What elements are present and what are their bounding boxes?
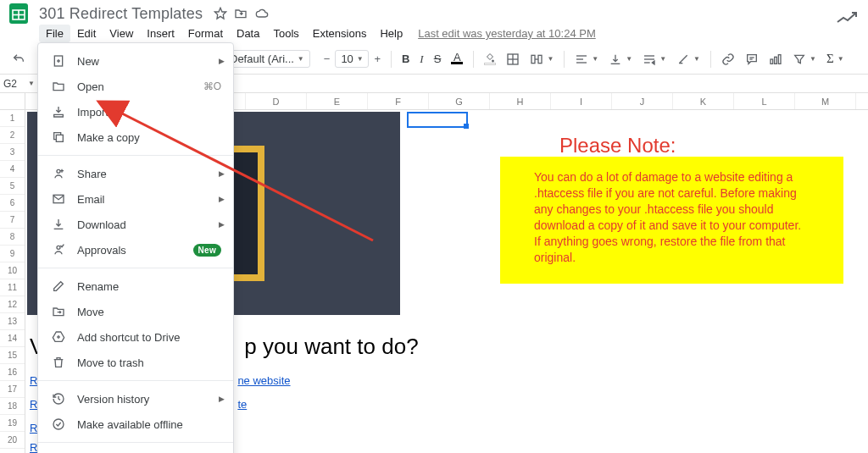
menu-item-label: Move to trash xyxy=(77,356,221,369)
email-icon xyxy=(50,192,67,206)
functions-button[interactable]: Σ▼ xyxy=(822,48,849,69)
chevron-right-icon: ▶ xyxy=(219,169,225,178)
row-header[interactable]: 17 xyxy=(0,381,25,398)
row-header[interactable]: 8 xyxy=(0,229,25,246)
menu-data[interactable]: Data xyxy=(230,25,266,42)
activity-icon[interactable] xyxy=(836,10,860,25)
row-header[interactable]: 10 xyxy=(0,262,25,279)
menu-add-shortcut[interactable]: Add shortcut to Drive xyxy=(38,324,233,350)
menu-trash[interactable]: Move to trash xyxy=(38,350,233,375)
menu-edit[interactable]: Edit xyxy=(70,25,103,42)
move-folder-icon[interactable] xyxy=(234,7,249,20)
please-note-heading: Please Note: xyxy=(559,134,676,157)
row-header[interactable]: 21 xyxy=(0,449,25,453)
menu-approvals[interactable]: Approvals New xyxy=(38,237,233,262)
menu-share[interactable]: Share ▶ xyxy=(38,161,233,186)
font-size-input[interactable]: 10▼ xyxy=(335,50,369,68)
font-size-dec[interactable]: − xyxy=(320,49,335,69)
row-header[interactable]: 5 xyxy=(0,178,25,195)
document-title[interactable]: 301 Redirect Templates xyxy=(39,5,203,23)
svg-rect-9 xyxy=(538,55,542,63)
col-header[interactable]: E xyxy=(307,93,368,109)
menu-help[interactable]: Help xyxy=(373,25,409,42)
row-header[interactable]: 15 xyxy=(0,347,25,364)
row-header[interactable]: 9 xyxy=(0,246,25,262)
svg-marker-4 xyxy=(215,8,226,19)
move-icon xyxy=(50,305,67,318)
bold-button[interactable]: B xyxy=(398,49,414,69)
comment-button[interactable] xyxy=(741,49,763,69)
strike-button[interactable]: S xyxy=(430,49,446,69)
menu-insert[interactable]: Insert xyxy=(140,25,181,42)
merge-button[interactable]: ▼ xyxy=(526,49,558,69)
menu-view[interactable]: View xyxy=(103,25,140,42)
menu-offline[interactable]: Make available offline xyxy=(38,412,233,437)
undo-button[interactable] xyxy=(8,49,30,69)
star-icon[interactable] xyxy=(214,7,229,20)
row-header[interactable]: 13 xyxy=(0,313,25,330)
col-header[interactable]: G xyxy=(429,93,490,109)
link-button[interactable] xyxy=(717,49,739,69)
borders-button[interactable] xyxy=(502,49,524,69)
menu-open[interactable]: Open ⌘O xyxy=(38,74,233,99)
last-edit-link[interactable]: Last edit was yesterday at 10:24 PM xyxy=(418,27,596,40)
col-header[interactable]: K xyxy=(673,93,734,109)
row-header[interactable]: 14 xyxy=(0,330,25,347)
rotate-button[interactable]: ▼ xyxy=(672,49,704,69)
row-header[interactable]: 7 xyxy=(0,212,25,229)
cloud-status-icon[interactable] xyxy=(254,7,270,20)
chevron-down-icon: ▼ xyxy=(810,55,816,63)
row-header[interactable]: 11 xyxy=(0,279,25,296)
halign-button[interactable]: ▼ xyxy=(570,49,603,69)
font-selector[interactable]: Default (Ari...▼ xyxy=(224,50,310,68)
menu-file[interactable]: File xyxy=(39,25,70,42)
warning-note: You can do a lot of damage to a website … xyxy=(500,157,843,284)
row-header[interactable]: 1 xyxy=(0,110,25,127)
text-color-button[interactable]: A xyxy=(447,50,467,68)
menu-new[interactable]: New ▶ xyxy=(38,48,233,74)
row-header[interactable]: 16 xyxy=(0,364,25,381)
menu-format[interactable]: Format xyxy=(181,25,230,42)
row-header[interactable]: 20 xyxy=(0,432,25,449)
menu-move[interactable]: Move xyxy=(38,299,233,324)
fill-color-button[interactable] xyxy=(480,49,500,69)
filter-button[interactable]: ▼ xyxy=(788,49,821,69)
col-header[interactable]: L xyxy=(734,93,795,109)
col-header[interactable]: I xyxy=(551,93,612,109)
col-header[interactable]: J xyxy=(612,93,673,109)
drive-shortcut-icon xyxy=(50,330,67,344)
col-header[interactable]: D xyxy=(246,93,307,109)
row-header[interactable]: 19 xyxy=(0,415,25,432)
col-header[interactable]: H xyxy=(490,93,551,109)
row-header[interactable]: 3 xyxy=(0,144,25,161)
row-header[interactable]: 12 xyxy=(0,296,25,313)
col-header[interactable]: F xyxy=(368,93,429,109)
wrap-button[interactable]: ▼ xyxy=(638,49,670,69)
row-header[interactable]: 2 xyxy=(0,127,25,144)
select-all-corner[interactable] xyxy=(0,93,25,110)
italic-button[interactable]: I xyxy=(415,49,427,69)
chevron-right-icon: ▶ xyxy=(219,220,225,229)
separator xyxy=(473,51,474,68)
menu-make-copy[interactable]: Make a copy xyxy=(38,124,233,150)
menu-download[interactable]: Download ▶ xyxy=(38,212,233,237)
menu-extensions[interactable]: Extensions xyxy=(306,25,374,42)
valign-button[interactable]: ▼ xyxy=(604,49,637,69)
menu-version-history[interactable]: Version history ▶ xyxy=(38,386,233,412)
menu-item-label: Add shortcut to Drive xyxy=(77,331,221,344)
cell-link[interactable]: R xyxy=(30,422,37,434)
row-header[interactable]: 6 xyxy=(0,195,25,212)
menu-rename[interactable]: Rename xyxy=(38,273,233,299)
row-header[interactable]: 18 xyxy=(0,398,25,415)
row-header[interactable]: 4 xyxy=(0,161,25,178)
menu-details[interactable]: Details xyxy=(38,448,233,453)
col-header[interactable]: M xyxy=(795,93,856,109)
svg-point-31 xyxy=(57,246,60,249)
name-box[interactable]: G2▼ xyxy=(0,78,39,90)
row-headers: 1234567891011121314151617181920212223 xyxy=(0,93,25,453)
menu-email[interactable]: Email ▶ xyxy=(38,186,233,212)
chart-button[interactable] xyxy=(765,49,787,69)
font-size-inc[interactable]: + xyxy=(370,49,385,69)
menu-import[interactable]: Import xyxy=(38,99,233,124)
menu-tools[interactable]: Tools xyxy=(266,25,305,42)
